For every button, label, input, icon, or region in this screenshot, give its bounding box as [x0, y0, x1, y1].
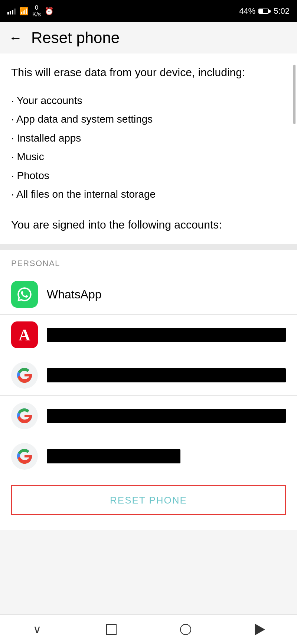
- account-row-google1: [0, 355, 297, 396]
- nav-square-button[interactable]: [100, 622, 123, 637]
- accounts-section: PERSONAL WhatsApp A: [0, 250, 297, 476]
- account-row-whatsapp: WhatsApp: [0, 274, 297, 315]
- intro-text: This will erase data from your device, i…: [11, 65, 286, 80]
- signed-in-text: You are signed into the following accoun…: [11, 217, 286, 233]
- wifi-icon: 📶: [19, 7, 29, 16]
- status-bar: 📶 0K/s ⏰ 44% 5:02: [0, 0, 297, 22]
- alarm-icon: ⏰: [45, 7, 54, 16]
- status-left: 📶 0K/s ⏰: [7, 4, 54, 17]
- list-item-apps: · Installed apps: [11, 129, 286, 148]
- list-item-accounts: · Your accounts: [11, 91, 286, 110]
- nav-triangle-button[interactable]: [249, 622, 271, 637]
- battery-percent: 44%: [239, 6, 255, 16]
- google-icon-2: [11, 402, 38, 429]
- signal-icon: [7, 8, 16, 14]
- nav-chevron-button[interactable]: ∨: [26, 622, 48, 637]
- account-row-google3: [0, 436, 297, 476]
- reset-area: RESET PHONE: [0, 476, 297, 530]
- square-icon: [106, 624, 117, 635]
- status-right: 44% 5:02: [239, 6, 290, 16]
- speed-indicator: 0K/s: [32, 4, 41, 17]
- google3-account-redacted: [47, 449, 180, 463]
- account-row-adobe: A: [0, 315, 297, 355]
- triangle-icon: [255, 624, 265, 635]
- circle-icon: [180, 624, 191, 635]
- main-content: This will erase data from your device, i…: [0, 54, 297, 244]
- adobe-account-redacted: [47, 328, 286, 342]
- section-divider: [0, 244, 297, 250]
- back-button[interactable]: ←: [9, 31, 22, 45]
- reset-phone-button[interactable]: RESET PHONE: [11, 485, 286, 515]
- page-title: Reset phone: [31, 29, 120, 47]
- nav-circle-button[interactable]: [174, 622, 197, 637]
- list-item-photos: · Photos: [11, 166, 286, 185]
- google-icon-1: [11, 362, 38, 389]
- whatsapp-label: WhatsApp: [47, 288, 102, 301]
- clock: 5:02: [274, 6, 290, 16]
- adobe-icon: A: [11, 321, 38, 348]
- items-list: · Your accounts · App data and system se…: [11, 91, 286, 204]
- battery-icon: [258, 9, 271, 14]
- whatsapp-icon: [11, 281, 38, 308]
- google2-account-redacted: [47, 409, 286, 423]
- account-row-google2: [0, 396, 297, 436]
- scrollbar[interactable]: [293, 65, 296, 124]
- section-label-personal: PERSONAL: [0, 250, 297, 274]
- google-icon-3: [11, 443, 38, 470]
- header: ← Reset phone: [0, 22, 297, 54]
- list-item-files: · All files on the internal storage: [11, 185, 286, 204]
- google1-account-redacted: [47, 368, 286, 382]
- bottom-nav: ∨: [0, 614, 297, 644]
- list-item-music: · Music: [11, 148, 286, 166]
- list-item-appdata: · App data and system settings: [11, 110, 286, 129]
